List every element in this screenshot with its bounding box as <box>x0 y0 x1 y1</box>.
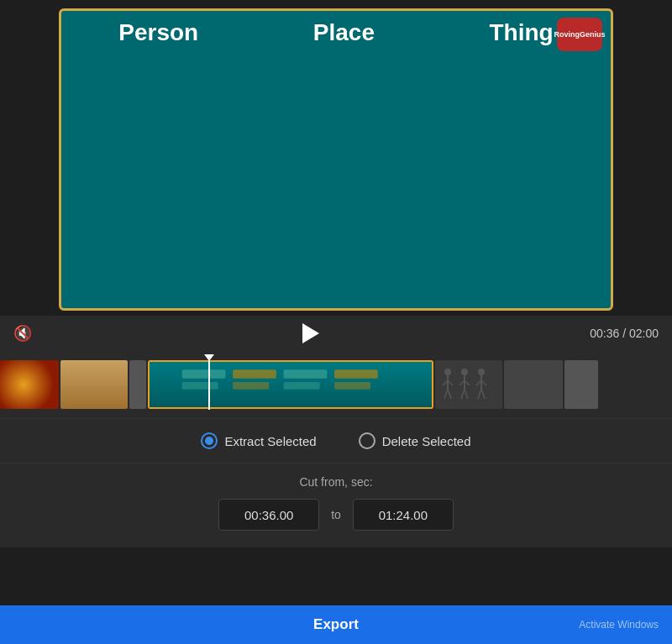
playhead[interactable] <box>208 359 210 410</box>
timeline-thumb-selected[interactable] <box>148 360 433 409</box>
video-container: Roving Genius Person Place Thing <box>0 0 672 316</box>
extract-label[interactable]: Extract Selected <box>224 434 316 448</box>
timeline-thumb-6[interactable] <box>504 360 563 409</box>
extract-radio[interactable] <box>201 432 218 449</box>
cut-label: Cut from, sec: <box>299 475 372 489</box>
svg-line-19 <box>465 389 468 399</box>
extract-option[interactable]: Extract Selected <box>201 432 316 449</box>
video-nouns: Person Place Thing <box>61 19 611 46</box>
svg-point-14 <box>461 369 468 375</box>
controls-bar: 🔇 00:36 / 02:00 <box>0 316 672 351</box>
delete-radio[interactable] <box>359 432 375 449</box>
delete-label[interactable]: Delete Selected <box>382 434 471 448</box>
options-section: Extract Selected Delete Selected <box>0 418 672 463</box>
thumb-5-inner <box>435 360 502 409</box>
svg-point-8 <box>444 369 451 375</box>
time-display: 00:36 / 02:00 <box>590 327 659 340</box>
svg-line-13 <box>448 389 451 399</box>
logo-badge: Roving Genius <box>557 18 602 51</box>
svg-line-12 <box>444 389 448 399</box>
logo-text: Roving <box>554 30 580 39</box>
timeline-thumb-5[interactable] <box>435 360 502 409</box>
selected-inner <box>150 362 432 407</box>
cut-from-input[interactable] <box>218 499 319 531</box>
svg-rect-6 <box>334 370 378 379</box>
to-separator: to <box>331 508 341 521</box>
cut-inputs: to <box>218 499 454 531</box>
time-separator: / <box>619 327 629 340</box>
noun-place: Place <box>313 19 375 46</box>
logo-text2: Genius <box>580 30 606 39</box>
noun-thing: Thing <box>490 19 554 46</box>
activate-windows: Activate Windows <box>579 619 659 631</box>
export-bar[interactable]: Export Activate Windows <box>0 605 672 644</box>
svg-point-20 <box>478 369 485 375</box>
stick-figures-svg <box>439 364 498 406</box>
svg-line-25 <box>481 389 485 399</box>
current-time: 00:36 <box>590 327 619 340</box>
timeline-container[interactable] <box>0 351 672 418</box>
export-label[interactable]: Export <box>313 616 359 633</box>
svg-rect-5 <box>283 382 319 390</box>
svg-rect-7 <box>334 382 370 390</box>
delete-option[interactable]: Delete Selected <box>359 432 471 449</box>
svg-rect-2 <box>233 370 276 379</box>
timeline-track <box>0 359 672 410</box>
video-frame: Roving Genius Person Place Thing <box>59 8 613 311</box>
volume-icon[interactable]: 🔇 <box>13 324 32 343</box>
thumb-6-inner <box>504 360 563 409</box>
svg-line-24 <box>478 389 481 399</box>
svg-rect-4 <box>283 370 327 379</box>
selected-content-svg <box>164 366 417 402</box>
timeline-thumb-1[interactable] <box>0 360 59 409</box>
cut-to-input[interactable] <box>353 499 454 531</box>
play-button[interactable] <box>32 323 590 343</box>
svg-rect-0 <box>181 370 225 379</box>
total-time: 02:00 <box>629 327 659 340</box>
svg-line-18 <box>461 389 465 399</box>
timeline-thumb-2[interactable] <box>60 360 128 409</box>
timeline-thumb-3[interactable] <box>129 360 146 409</box>
timeline-thumb-7[interactable] <box>564 360 598 409</box>
svg-rect-1 <box>181 382 218 390</box>
cut-section: Cut from, sec: to <box>0 463 672 547</box>
play-icon[interactable] <box>302 323 319 343</box>
noun-person: Person <box>118 19 198 46</box>
svg-rect-3 <box>233 382 269 390</box>
